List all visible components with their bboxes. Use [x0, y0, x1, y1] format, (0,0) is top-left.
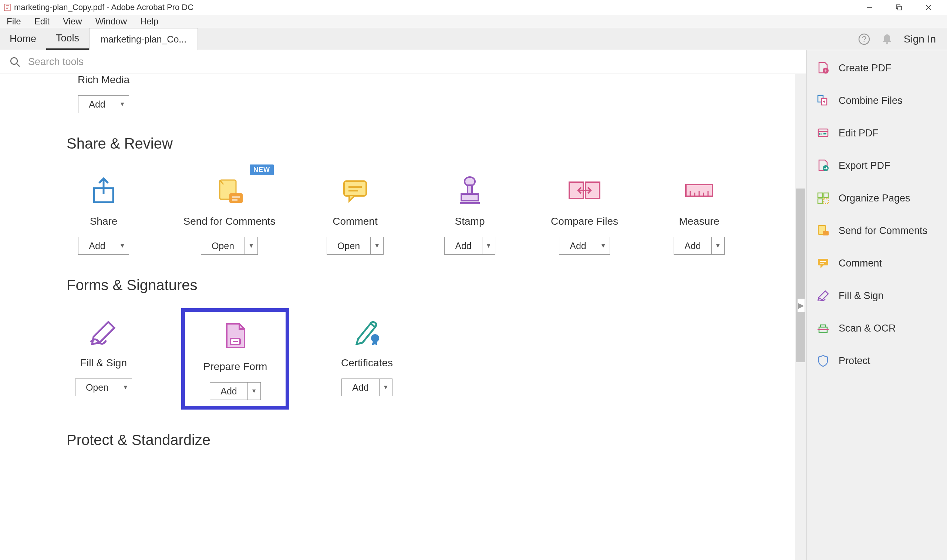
svg-rect-45 [818, 199, 822, 203]
svg-point-8 [886, 42, 888, 45]
prepare-form-icon [222, 318, 248, 352]
svg-rect-47 [823, 231, 828, 235]
sign-in-button[interactable]: Sign In [904, 33, 936, 45]
chevron-down-icon[interactable]: ▼ [711, 237, 725, 255]
menubar: File Edit View Window Help [0, 15, 947, 28]
sidebar-edit-pdf[interactable]: Edit PDF [813, 124, 940, 142]
chevron-down-icon[interactable]: ▼ [482, 237, 495, 255]
acrobat-icon [4, 4, 11, 11]
stamp-icon [457, 173, 483, 208]
chevron-down-icon[interactable]: ▼ [116, 95, 129, 113]
svg-rect-0 [5, 4, 10, 11]
maximize-button[interactable] [884, 0, 914, 15]
chevron-down-icon[interactable]: ▼ [370, 237, 384, 255]
menu-edit[interactable]: Edit [31, 15, 53, 28]
svg-point-32 [371, 334, 379, 342]
tool-certificates[interactable]: Certificates Add▼ [330, 308, 404, 409]
menu-file[interactable]: File [3, 15, 25, 28]
tool-rich-media[interactable]: Rich Media Add ▼ [66, 74, 140, 113]
sidebar: + Create PDF Combine Files Edit PDF Expo… [807, 50, 947, 560]
tool-measure[interactable]: Measure Add▼ [662, 167, 736, 255]
sidebar-fill-sign[interactable]: Fill & Sign [813, 287, 940, 305]
create-pdf-icon: + [816, 62, 830, 75]
tool-label: Rich Media [78, 74, 130, 86]
menu-help[interactable]: Help [137, 15, 162, 28]
chevron-down-icon[interactable]: ▼ [379, 378, 392, 396]
organize-icon [816, 191, 830, 205]
new-badge: NEW [250, 165, 274, 175]
certificates-icon [352, 315, 382, 349]
navbar: Home Tools marketing-plan_Co... ? Sign I… [0, 28, 947, 50]
tool-comment[interactable]: Comment Open▼ [318, 167, 392, 255]
svg-rect-39 [820, 133, 822, 135]
sidebar-combine-files[interactable]: Combine Files [813, 92, 940, 109]
svg-point-9 [11, 58, 17, 64]
fill-sign-icon [87, 315, 120, 349]
sidebar-organize-pages[interactable]: Organize Pages [813, 189, 940, 207]
svg-rect-44 [824, 193, 828, 197]
sidebar-comment[interactable]: Comment [813, 254, 940, 272]
svg-rect-12 [229, 193, 243, 203]
chevron-down-icon[interactable]: ▼ [119, 378, 132, 396]
sidebar-create-pdf[interactable]: + Create PDF [813, 59, 940, 77]
window-title: marketing-plan_Copy.pdf - Adobe Acrobat … [14, 3, 193, 12]
tool-prepare-form[interactable]: Prepare Form Add▼ [181, 308, 289, 409]
tool-action-button[interactable]: Add ▼ [78, 95, 129, 113]
svg-line-10 [17, 63, 20, 66]
sidebar-scan-ocr[interactable]: Scan & OCR [813, 319, 940, 337]
share-icon [89, 173, 119, 208]
send-comments-icon [214, 173, 244, 208]
comment-icon [816, 257, 830, 270]
sidebar-send-for-comments[interactable]: Send for Comments [813, 222, 940, 240]
section-share-review-title: Share & Review [66, 135, 806, 152]
compare-icon [568, 173, 601, 208]
tool-stamp[interactable]: Stamp Add▼ [433, 167, 507, 255]
chevron-down-icon[interactable]: ▼ [597, 237, 610, 255]
svg-rect-48 [818, 259, 828, 265]
chevron-down-icon[interactable]: ▼ [116, 237, 129, 255]
collapse-sidebar-icon[interactable]: ▶ [797, 298, 805, 312]
section-forms-title: Forms & Signatures [66, 277, 806, 294]
close-button[interactable] [914, 0, 943, 15]
tool-compare-files[interactable]: Compare Files Add▼ [548, 167, 622, 255]
svg-text:+: + [824, 68, 827, 74]
send-comments-icon [816, 224, 830, 237]
menu-window[interactable]: Window [92, 15, 131, 28]
comment-icon [340, 173, 370, 208]
measure-icon [684, 173, 714, 208]
fill-sign-icon [816, 289, 830, 302]
svg-rect-46 [824, 199, 828, 203]
sidebar-protect[interactable]: Protect [813, 352, 940, 370]
tool-share[interactable]: Share Add▼ [66, 167, 140, 255]
scrollbar-thumb[interactable] [796, 189, 805, 362]
searchbar [0, 50, 806, 74]
svg-rect-20 [461, 194, 478, 201]
tool-fill-sign[interactable]: Fill & Sign Open▼ [66, 308, 140, 409]
chevron-down-icon[interactable]: ▼ [245, 237, 258, 255]
combine-icon [816, 94, 830, 107]
svg-rect-3 [898, 6, 901, 10]
minimize-button[interactable] [854, 0, 884, 15]
protect-icon [816, 354, 830, 368]
search-icon [9, 57, 21, 68]
help-icon[interactable]: ? [858, 33, 870, 45]
menu-view[interactable]: View [59, 15, 86, 28]
tool-send-for-comments[interactable]: NEW Send for Comments Open▼ [181, 167, 278, 255]
tab-document[interactable]: marketing-plan_Co... [89, 28, 198, 50]
svg-text:?: ? [862, 34, 866, 44]
export-pdf-icon [816, 159, 830, 172]
sidebar-export-pdf[interactable]: Export PDF [813, 157, 940, 174]
main-panel: Rich Media Add ▼ Share & Review Share Ad… [0, 50, 807, 560]
svg-rect-19 [467, 185, 472, 194]
search-input[interactable] [28, 56, 796, 68]
chevron-down-icon[interactable]: ▼ [247, 382, 261, 400]
section-protect-title: Protect & Standardize [66, 432, 806, 448]
tab-home[interactable]: Home [0, 28, 46, 50]
bell-icon[interactable] [882, 33, 893, 45]
svg-rect-43 [818, 193, 822, 197]
scan-ocr-icon [816, 322, 830, 335]
titlebar: marketing-plan_Copy.pdf - Adobe Acrobat … [0, 0, 947, 15]
svg-rect-15 [344, 181, 366, 196]
edit-pdf-icon [816, 126, 830, 140]
tab-tools[interactable]: Tools [46, 28, 89, 50]
